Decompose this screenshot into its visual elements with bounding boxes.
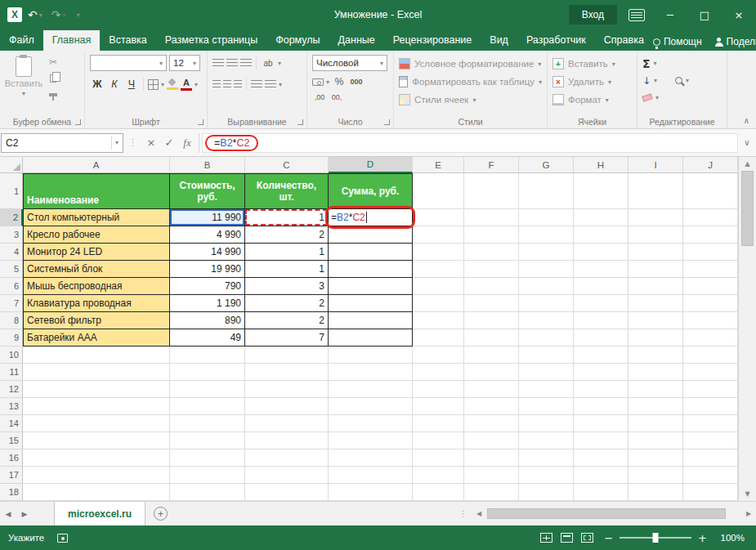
cell-D1[interactable]: Сумма, руб. xyxy=(329,173,413,209)
cell-B17[interactable] xyxy=(170,467,245,484)
cell-H11[interactable] xyxy=(574,364,629,381)
cell-E12[interactable] xyxy=(413,381,464,398)
row-header-1[interactable]: 1 xyxy=(0,173,23,209)
cell-A2[interactable]: Стол компьютерный xyxy=(23,209,170,226)
collapse-ribbon-button[interactable]: ∧ xyxy=(744,116,749,125)
tab-рецензирование[interactable]: Рецензирование xyxy=(384,30,481,51)
cell-H2[interactable] xyxy=(574,209,629,226)
share-button[interactable]: Поделиться xyxy=(715,36,756,47)
cell-I5[interactable] xyxy=(629,261,683,278)
clear-button[interactable] xyxy=(642,93,653,102)
cell-I2[interactable] xyxy=(629,209,683,226)
underline-button[interactable]: Ч xyxy=(124,77,139,92)
cell-F10[interactable] xyxy=(464,347,519,364)
cell-F7[interactable] xyxy=(464,295,519,312)
cell-E1[interactable] xyxy=(413,173,464,209)
cell-E18[interactable] xyxy=(413,484,464,501)
row-header-11[interactable]: 11 xyxy=(0,364,23,381)
cell-B1[interactable]: Стоимость, руб. xyxy=(170,173,245,209)
number-format-combo[interactable]: Числовой▾ xyxy=(312,55,387,71)
cell-B18[interactable] xyxy=(170,484,245,501)
cell-D18[interactable] xyxy=(329,484,413,501)
cell-C16[interactable] xyxy=(245,449,329,467)
cell-C10[interactable] xyxy=(245,347,329,364)
cell-F3[interactable] xyxy=(464,226,519,244)
cell-I14[interactable] xyxy=(629,415,683,432)
cell-J3[interactable] xyxy=(683,226,738,244)
cell-C5[interactable]: 1 xyxy=(245,261,329,278)
format-as-table-button[interactable]: Форматировать как таблицу▾ xyxy=(399,73,542,91)
cell-C18[interactable] xyxy=(245,484,329,501)
bold-button[interactable]: Ж xyxy=(90,77,105,92)
borders-button[interactable] xyxy=(148,79,159,90)
cell-G18[interactable] xyxy=(519,484,574,501)
cell-A12[interactable] xyxy=(23,381,170,398)
cell-E10[interactable] xyxy=(413,347,464,364)
align-bottom-button[interactable] xyxy=(240,59,252,67)
cell-F6[interactable] xyxy=(464,278,519,295)
cell-D12[interactable] xyxy=(329,381,413,398)
cell-F13[interactable] xyxy=(464,398,519,415)
align-right-button[interactable] xyxy=(234,80,242,88)
cell-H1[interactable] xyxy=(574,173,629,209)
cell-C2[interactable]: 1 xyxy=(245,209,329,226)
splitter-handle-icon[interactable]: ⋮ xyxy=(456,509,472,518)
normal-view-button[interactable] xyxy=(540,533,552,543)
cell-H5[interactable] xyxy=(574,261,629,278)
cell-B9[interactable]: 49 xyxy=(170,329,245,347)
fill-button[interactable]: ↓ xyxy=(642,75,651,87)
column-header-B[interactable]: B xyxy=(170,157,245,173)
zoom-slider[interactable] xyxy=(620,537,691,539)
cell-D14[interactable] xyxy=(329,415,413,432)
orientation-button[interactable]: ab xyxy=(261,56,275,69)
cell-A13[interactable] xyxy=(23,398,170,415)
cell-C17[interactable] xyxy=(245,467,329,484)
cell-B12[interactable] xyxy=(170,381,245,398)
cell-H9[interactable] xyxy=(574,329,629,347)
column-header-A[interactable]: A xyxy=(23,157,170,173)
horizontal-scroll-thumb[interactable] xyxy=(487,508,726,519)
cell-H13[interactable] xyxy=(574,398,629,415)
insert-function-button[interactable]: fx xyxy=(178,133,196,153)
cell-E9[interactable] xyxy=(413,329,464,347)
cell-B15[interactable] xyxy=(170,432,245,449)
row-header-13[interactable]: 13 xyxy=(0,398,23,415)
cell-E14[interactable] xyxy=(413,415,464,432)
cell-A17[interactable] xyxy=(23,467,170,484)
customize-qat-button[interactable]: ▾ xyxy=(72,5,83,25)
cell-B3[interactable]: 4 990 xyxy=(170,226,245,244)
cell-I15[interactable] xyxy=(629,432,683,449)
row-header-7[interactable]: 7 xyxy=(0,295,23,312)
cell-A11[interactable] xyxy=(23,364,170,381)
cell-E16[interactable] xyxy=(413,449,464,467)
horizontal-scrollbar[interactable] xyxy=(486,508,740,520)
cell-C15[interactable] xyxy=(245,432,329,449)
row-header-17[interactable]: 17 xyxy=(0,467,23,484)
cell-C6[interactable]: 3 xyxy=(245,278,329,295)
next-sheet-button[interactable]: ▶ xyxy=(16,510,33,518)
find-select-button[interactable] xyxy=(675,77,682,84)
cell-G1[interactable] xyxy=(519,173,574,209)
cell-F9[interactable] xyxy=(464,329,519,347)
cell-D7[interactable] xyxy=(329,295,413,312)
minimize-button[interactable]: ─ xyxy=(653,0,687,29)
expand-formula-bar-button[interactable]: ∨ xyxy=(738,138,756,147)
accounting-format-button[interactable] xyxy=(312,78,324,86)
cell-G3[interactable] xyxy=(519,226,574,244)
cell-F12[interactable] xyxy=(464,381,519,398)
cell-I13[interactable] xyxy=(629,398,683,415)
align-center-button[interactable] xyxy=(223,80,231,88)
cell-A1[interactable]: Наименование xyxy=(23,173,170,209)
cell-E5[interactable] xyxy=(413,261,464,278)
cell-J7[interactable] xyxy=(683,295,738,312)
cell-H14[interactable] xyxy=(574,415,629,432)
comma-style-button[interactable]: 000 xyxy=(349,75,364,88)
help-assistant[interactable]: Помощн xyxy=(653,36,702,47)
row-header-10[interactable]: 10 xyxy=(0,347,23,364)
cell-A18[interactable] xyxy=(23,484,170,501)
tab-разработчик[interactable]: Разработчик xyxy=(517,30,595,51)
cell-E13[interactable] xyxy=(413,398,464,415)
insert-cells-button[interactable]: +Вставить▾ xyxy=(552,55,632,73)
delete-cells-button[interactable]: ×Удалить▾ xyxy=(552,73,632,91)
cell-E11[interactable] xyxy=(413,364,464,381)
